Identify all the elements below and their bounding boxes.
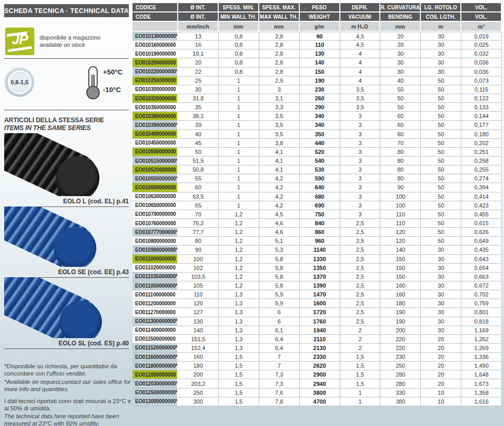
table-row: EO0112700000001271,3617202,5190300,801 [132,308,502,317]
jp-logo-text: JP [5,32,34,48]
series-heading-en: ITEMS IN THE SAME SERIES [4,124,91,132]
value-cell: 280 [380,370,421,379]
value-cell: 300 [178,397,219,406]
value-cell: 3 [340,157,381,165]
value-cell: 7,3 [259,370,300,379]
value-cell: 203,2 [178,379,219,388]
value-cell: 1,3 [219,317,259,326]
column-header-cell: mm [219,22,259,32]
value-cell: 6,1 [259,326,300,335]
value-cell: 1470 [300,290,340,299]
value-cell: 60 [380,130,421,139]
value-cell: 90 [300,32,340,41]
value-cell: 1,673 [461,379,502,388]
temp-min-label: -10°C [103,86,121,94]
product-code-cell: EO010390000000* [132,121,178,130]
value-cell: 140 [380,246,421,254]
value-cell: 1,5 [219,362,259,370]
value-cell: 140 [178,326,219,335]
related-item: EOLO SL (cod. ES) p.40 [4,277,129,349]
value-cell: 3 [340,121,381,130]
value-cell: 50 [421,148,461,157]
value-cell: 1 [340,397,381,406]
value-cell: 0,8 [219,41,259,49]
column-header-cell: R. CURVATURA [380,3,421,12]
value-cell: 840 [300,219,340,228]
value-cell: 1,2 [219,246,259,254]
page-title: SCHEDA TECNICA · TECHNICAL DATA [4,4,129,17]
value-cell: 0,615 [461,219,502,228]
value-cell: 110 [380,210,421,219]
value-cell: 0,672 [461,281,502,290]
value-cell: 50 [421,228,461,237]
column-header-cell: WEIGHT [300,12,340,22]
value-cell: 120 [380,228,421,237]
value-cell: 151,5 [178,335,219,344]
value-cell: 30 [421,32,461,41]
table-row: EO010130000000*130,82,8904,520300,019 [132,32,502,41]
value-cell: 1 [340,389,381,397]
table-row: EO0110200000001021,25,813502,5150300,654 [132,264,502,273]
technical-data-table: CODICEØ INT.SPESS. MIN.SPESS. MAX.PESODE… [132,3,502,406]
value-cell: 30 [421,273,461,281]
hose-image [4,133,129,196]
column-header-cell: SPESS. MAX. [259,3,300,12]
value-cell: 6 [259,308,300,317]
table-row: EO010515000000*51,514,1540380500,258 [132,157,502,165]
value-cell: 0,036 [461,58,502,67]
value-cell: 1,269 [461,344,502,353]
footnote-conditions-it: I dati tecnici riportati sono stati misu… [4,398,131,412]
value-cell: 200 [380,326,421,335]
footnotes: *Disponibile su richiesta, per quantitat… [4,363,131,426]
value-cell: 4,6 [259,219,300,228]
value-cell: 0,394 [461,183,502,192]
value-cell: 5,1 [259,237,300,246]
value-cell: 3,5 [259,130,300,139]
value-cell: 105 [178,281,219,290]
column-header-cell: mm [259,22,300,32]
value-cell: 1940 [300,326,340,335]
table-row: EO0105000000005014,1520380500,251 [132,148,502,157]
value-cell: 0,144 [461,112,502,121]
availability-label-it: disponibile a magazzino [39,34,100,42]
value-cell: 1,2 [219,210,259,219]
table-row: EO0104500000004513,8440370500,202 [132,139,502,148]
value-cell: 3 [340,183,381,192]
value-cell: 1 [219,148,259,157]
value-cell: 340 [300,121,340,130]
value-cell: 180 [178,362,219,370]
value-cell: 540 [300,157,340,165]
table-row: EO011050000000*1051,25,813902,5160300,67… [132,281,502,290]
value-cell: 3 [340,192,381,201]
temp-max-label: +50°C [103,68,123,76]
value-cell: 20 [380,32,421,41]
product-code-cell: EO010300000000 [132,85,178,94]
value-cell: 1,169 [461,326,502,335]
value-cell: 4,5 [340,32,381,41]
table-row: EO0114000000001401,36,119402200301,169 [132,326,502,335]
value-cell: 530 [300,165,340,174]
table-row: EO011520000000*152,41,36,421302220201,26… [132,344,502,353]
value-cell: 7 [259,362,300,370]
value-cell: 3 [340,139,381,148]
value-cell: 4,2 [259,192,300,201]
table-row: EO012500000000*2501,57,638001330101,358 [132,389,502,397]
value-cell: 590 [300,174,340,183]
column-header-cell [132,22,178,32]
value-cell: 60 [178,183,219,192]
product-code-cell: EO011400000000 [132,326,178,335]
value-cell: 3 [340,165,381,174]
column-header-cell: mm [380,22,421,32]
value-cell: 150 [380,273,421,281]
table-row: EO0106000000006014,2640390500,394 [132,183,502,192]
value-cell: 4,1 [259,165,300,174]
value-cell: 5,8 [259,264,300,273]
value-cell: 2,5 [340,299,381,308]
column-header-cell: CODE [132,12,178,22]
value-cell: 0,8 [219,32,259,41]
column-header-cell: LG. ROTOLO [421,3,461,12]
footnote-conditions-en: The technical data here reported have be… [4,413,131,426]
value-cell: 50 [421,183,461,192]
column-header-cell: g/m [300,22,340,32]
value-cell: 1 [219,183,259,192]
